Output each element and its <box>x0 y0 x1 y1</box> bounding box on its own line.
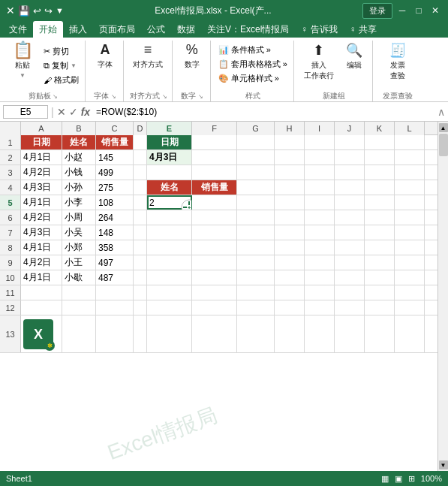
cell-d2[interactable] <box>134 150 147 165</box>
view-normal-icon[interactable]: ▦ <box>381 474 389 484</box>
cell-i3[interactable] <box>305 165 335 180</box>
cell-i10[interactable] <box>305 270 335 285</box>
cell-b4[interactable]: 小孙 <box>62 180 96 195</box>
cell-h12[interactable] <box>275 300 305 315</box>
cell-h7[interactable] <box>275 225 305 240</box>
cell-c7[interactable]: 148 <box>96 225 134 240</box>
cell-c2[interactable]: 145 <box>96 150 134 165</box>
cell-j1[interactable] <box>335 135 365 149</box>
cell-a6[interactable]: 4月2日 <box>21 210 62 225</box>
alignment-button[interactable]: ≡ 对齐方式 <box>130 41 166 86</box>
cell-d9[interactable] <box>134 255 147 270</box>
cell-b7[interactable]: 小吴 <box>62 225 96 240</box>
cell-f3[interactable] <box>192 165 237 180</box>
row-header-10[interactable]: 10 <box>0 270 21 285</box>
cell-b10[interactable]: 小歇 <box>62 270 96 285</box>
cell-h5[interactable] <box>275 195 305 210</box>
conditional-format-button[interactable]: 📊 条件格式 » <box>217 44 289 56</box>
cell-h8[interactable] <box>275 240 305 255</box>
tab-follow[interactable]: 关注V：Excel情报局 <box>201 21 295 38</box>
col-header-d[interactable]: D <box>134 122 147 135</box>
cell-h13[interactable] <box>275 315 305 353</box>
tab-home[interactable]: 开始 <box>33 21 63 38</box>
cell-d5[interactable] <box>134 195 147 210</box>
cell-j5[interactable] <box>335 195 365 210</box>
cell-f9[interactable] <box>192 255 237 270</box>
cell-i4[interactable] <box>305 180 335 195</box>
scroll-up-button[interactable]: ▲ <box>439 123 448 132</box>
cell-f6[interactable] <box>192 210 237 225</box>
cell-d8[interactable] <box>134 240 147 255</box>
login-button[interactable]: 登录 <box>362 3 392 19</box>
cell-e10[interactable] <box>147 270 192 285</box>
cell-a4[interactable]: 4月3日 <box>21 180 62 195</box>
cell-f4[interactable]: 销售量 <box>192 180 237 195</box>
cell-b11[interactable] <box>62 285 96 300</box>
cell-k4[interactable] <box>365 180 395 195</box>
cell-j13[interactable] <box>335 315 365 353</box>
cell-f12[interactable] <box>192 300 237 315</box>
scroll-down-button[interactable]: ▼ <box>439 460 448 469</box>
tab-insert[interactable]: 插入 <box>63 21 93 38</box>
name-box[interactable] <box>3 105 48 119</box>
cell-g2[interactable] <box>237 150 275 165</box>
cell-j8[interactable] <box>335 240 365 255</box>
row-header-5[interactable]: 5 <box>0 195 21 210</box>
cell-h4[interactable] <box>275 180 305 195</box>
cell-a3[interactable]: 4月2日 <box>21 165 62 180</box>
invoice-check-button[interactable]: 🧾 发票 查验 <box>379 41 416 86</box>
cell-k8[interactable] <box>365 240 395 255</box>
cell-k13[interactable] <box>365 315 395 353</box>
cell-a1[interactable]: 日期 <box>21 135 62 149</box>
cell-d1[interactable] <box>134 135 147 149</box>
cell-g8[interactable] <box>237 240 275 255</box>
cell-l2[interactable] <box>395 150 425 165</box>
cell-g4[interactable] <box>237 180 275 195</box>
cell-i5[interactable] <box>305 195 335 210</box>
cell-l7[interactable] <box>395 225 425 240</box>
cut-button[interactable]: ✂ 剪切 <box>42 45 80 58</box>
cell-b2[interactable]: 小赵 <box>62 150 96 165</box>
cell-c4[interactable]: 275 <box>96 180 134 195</box>
cell-i1[interactable] <box>305 135 335 149</box>
col-header-k[interactable]: K <box>365 122 395 135</box>
cell-a7[interactable]: 4月3日 <box>21 225 62 240</box>
col-header-e[interactable]: E <box>147 122 192 135</box>
cell-k3[interactable] <box>365 165 395 180</box>
col-header-c[interactable]: C <box>96 122 134 135</box>
cell-h1[interactable] <box>275 135 305 149</box>
cell-j7[interactable] <box>335 225 365 240</box>
cell-d7[interactable] <box>134 225 147 240</box>
cell-f5[interactable] <box>192 195 237 210</box>
cell-g12[interactable] <box>237 300 275 315</box>
cell-i11[interactable] <box>305 285 335 300</box>
cell-d13[interactable] <box>134 315 147 353</box>
cell-h11[interactable] <box>275 285 305 300</box>
cell-i8[interactable] <box>305 240 335 255</box>
close-button[interactable]: ✕ <box>428 4 442 17</box>
formula-expand-icon[interactable]: ∧ <box>437 106 445 118</box>
cell-i2[interactable] <box>305 150 335 165</box>
insert-rows-button[interactable]: ⬆ 插入 工作表行 <box>300 41 338 86</box>
cell-h3[interactable] <box>275 165 305 180</box>
cell-i6[interactable] <box>305 210 335 225</box>
row-header-7[interactable]: 7 <box>0 225 21 240</box>
cell-l1[interactable] <box>395 135 425 149</box>
cell-f7[interactable] <box>192 225 237 240</box>
tab-file[interactable]: 文件 <box>3 21 33 38</box>
cell-l4[interactable] <box>395 180 425 195</box>
cell-b6[interactable]: 小周 <box>62 210 96 225</box>
cell-a2[interactable]: 4月1日 <box>21 150 62 165</box>
view-page-icon[interactable]: ⊞ <box>408 474 415 484</box>
cell-g10[interactable] <box>237 270 275 285</box>
cell-h10[interactable] <box>275 270 305 285</box>
cell-b1[interactable]: 姓名 <box>62 135 96 149</box>
cell-e2[interactable]: 4月3日 <box>147 150 192 165</box>
tab-share[interactable]: ♀ 共享 <box>344 21 383 38</box>
cell-a10[interactable]: 4月1日 <box>21 270 62 285</box>
save-icon[interactable]: 💾 <box>18 5 30 17</box>
cell-j2[interactable] <box>335 150 365 165</box>
cell-k5[interactable] <box>365 195 395 210</box>
cell-e13[interactable] <box>147 315 192 353</box>
tab-page-layout[interactable]: 页面布局 <box>93 21 141 38</box>
